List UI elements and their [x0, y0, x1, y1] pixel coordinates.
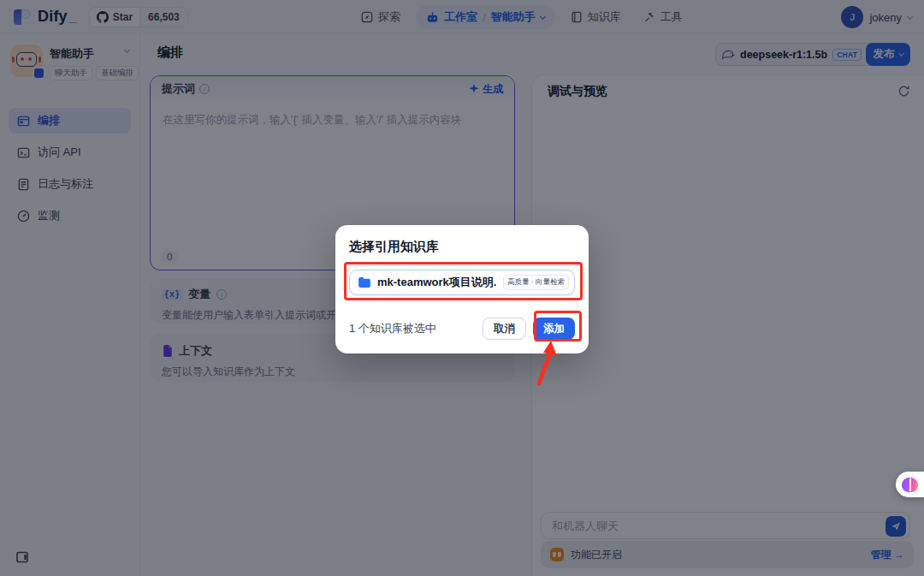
select-knowledge-modal: 选择引用知识库 mk-teamwork项目说明.do... 高质量 · 向量检索… [335, 225, 589, 353]
knowledge-item-name: mk-teamwork项目说明.do... [377, 275, 496, 290]
add-button[interactable]: 添加 [533, 318, 575, 340]
brain-icon [902, 478, 918, 492]
selected-count-text: 1 个知识库被选中 [349, 321, 483, 336]
folder-icon [358, 277, 370, 288]
browser-assistant-pill[interactable] [896, 472, 924, 497]
modal-footer: 1 个知识库被选中 取消 添加 [349, 318, 575, 340]
knowledge-item[interactable]: mk-teamwork项目说明.do... 高质量 · 向量检索 [349, 270, 575, 295]
dify-app-window: Dify _ Star 66,503 探索 工作室 / 智能助手 [0, 0, 924, 576]
knowledge-item-badge: 高质量 · 向量检索 [503, 275, 569, 290]
modal-title: 选择引用知识库 [349, 239, 575, 255]
cancel-button[interactable]: 取消 [483, 318, 526, 340]
